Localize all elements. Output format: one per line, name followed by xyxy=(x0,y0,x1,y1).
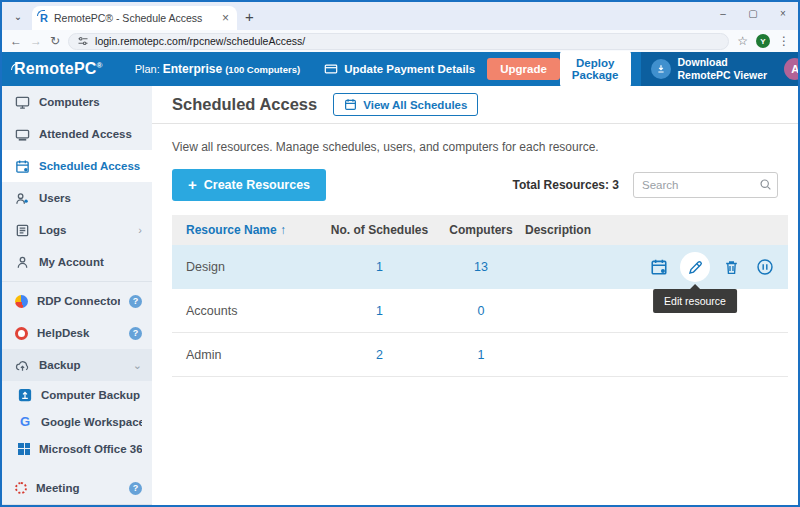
tooltip: Edit resource xyxy=(653,289,737,313)
search-box xyxy=(633,172,778,198)
update-payment-button[interactable]: Update Payment Details xyxy=(324,62,475,76)
credit-card-icon xyxy=(324,62,338,76)
table-row[interactable]: Admin 2 1 xyxy=(172,333,788,377)
maximize-button[interactable]: ▢ xyxy=(738,2,768,24)
schedule-resource-icon[interactable] xyxy=(646,254,672,280)
column-schedules: No. of Schedules xyxy=(322,223,437,237)
sidebar-item-attended-access[interactable]: Attended Access xyxy=(2,118,152,150)
computer-backup-icon xyxy=(18,388,32,402)
users-icon xyxy=(15,191,30,206)
page-title: Scheduled Access xyxy=(172,95,317,114)
plan-info: Plan: Enterprise (100 Computers) xyxy=(135,62,301,76)
sidebar-item-meeting[interactable]: Meeting ? xyxy=(2,472,152,504)
sidebar-item-computer-backup[interactable]: Computer Backup xyxy=(2,381,152,408)
helpdesk-icon xyxy=(15,327,28,340)
remotepc-favicon-icon: R xyxy=(40,12,48,24)
browser-window: ⌄ R RemotePC® - Schedule Access × + – ▢ … xyxy=(0,0,800,507)
help-icon[interactable]: ? xyxy=(129,327,142,340)
browser-menu-icon[interactable]: ⋮ xyxy=(778,34,790,48)
tab-title: RemotePC® - Schedule Access xyxy=(54,12,216,24)
browser-tab[interactable]: R RemotePC® - Schedule Access × xyxy=(32,6,237,30)
account-avatar[interactable]: A xyxy=(784,58,800,80)
computers-icon xyxy=(15,95,30,110)
total-resources-count: 3 xyxy=(612,178,619,192)
deploy-package-button[interactable]: Deploy Package xyxy=(560,51,631,87)
my-account-icon xyxy=(15,255,30,270)
upgrade-button[interactable]: Upgrade xyxy=(487,58,560,80)
schedules-count-link[interactable]: 1 xyxy=(322,304,437,318)
window-controls: – ▢ × xyxy=(708,2,798,24)
help-icon[interactable]: ? xyxy=(129,482,142,495)
sidebar-footer: Features Support FAQs xyxy=(2,504,152,505)
page-description: View all resources. Manage schedules, us… xyxy=(172,140,778,154)
column-computers: Computers xyxy=(437,223,525,237)
column-description: Description xyxy=(525,223,636,237)
sidebar-item-users[interactable]: Users xyxy=(2,182,152,214)
resource-name: Design xyxy=(172,260,322,274)
view-all-schedules-button[interactable]: View All Schedules xyxy=(333,93,478,116)
address-bar[interactable]: login.remotepc.com/rpcnew/scheduleAccess… xyxy=(68,33,729,50)
help-icon[interactable]: ? xyxy=(129,295,142,308)
sidebar-item-rdp-connector[interactable]: RDP Connector ? xyxy=(2,285,152,317)
minimize-button[interactable]: – xyxy=(708,2,738,24)
resource-name: Accounts xyxy=(172,304,322,318)
search-input[interactable] xyxy=(633,172,778,198)
schedules-count-link[interactable]: 1 xyxy=(322,260,437,274)
cloud-backup-icon xyxy=(15,358,30,373)
scheduled-access-icon xyxy=(15,159,30,174)
sidebar-divider xyxy=(2,281,152,282)
download-viewer-button[interactable]: DownloadRemotePC Viewer A xyxy=(641,52,800,86)
sidebar-item-my-account[interactable]: My Account xyxy=(2,246,152,278)
computers-count-link[interactable]: 1 xyxy=(437,348,525,362)
google-icon: G xyxy=(18,414,32,429)
plus-icon: + xyxy=(188,180,197,190)
browser-tabstrip: ⌄ R RemotePC® - Schedule Access × + – ▢ … xyxy=(2,2,798,30)
main-content: Scheduled Access View All Schedules View… xyxy=(152,86,798,505)
table-row[interactable]: Design 1 13 xyxy=(172,245,788,289)
schedules-count-link[interactable]: 2 xyxy=(322,348,437,362)
reload-icon[interactable]: ↻ xyxy=(50,34,60,48)
edit-resource-icon[interactable]: Edit resource xyxy=(680,252,710,282)
bookmark-star-icon[interactable]: ☆ xyxy=(737,34,748,48)
sidebar-item-scheduled-access[interactable]: Scheduled Access xyxy=(2,150,152,182)
resource-name: Admin xyxy=(172,348,322,362)
close-window-button[interactable]: × xyxy=(768,2,798,24)
computers-count-link[interactable]: 0 xyxy=(437,304,525,318)
delete-resource-icon[interactable] xyxy=(718,254,744,280)
column-resource-name[interactable]: Resource Name ↑ xyxy=(172,223,322,237)
chevron-down-icon: ⌄ xyxy=(133,359,142,372)
pause-resource-icon[interactable] xyxy=(752,254,778,280)
sidebar-item-google-workspace[interactable]: G Google Workspace xyxy=(2,408,152,435)
page-header: Scheduled Access View All Schedules xyxy=(152,86,798,124)
row-actions: Edit resource xyxy=(636,252,788,282)
back-icon[interactable]: ← xyxy=(10,34,22,48)
resources-table: Resource Name ↑ No. of Schedules Compute… xyxy=(172,215,788,377)
registered-mark: ® xyxy=(97,61,103,70)
remotepc-logo: RemotePC® xyxy=(2,60,111,78)
sidebar: Computers Attended Access Scheduled Acce… xyxy=(2,86,152,505)
app-header: RemotePC® Plan: Enterprise (100 Computer… xyxy=(2,52,798,86)
sidebar-item-microsoft-office-365[interactable]: Microsoft Office 365 xyxy=(2,435,152,462)
tab-close-icon[interactable]: × xyxy=(222,11,229,25)
sidebar-item-computers[interactable]: Computers xyxy=(2,86,152,118)
search-icon[interactable] xyxy=(759,178,772,191)
tab-search-icon[interactable]: ⌄ xyxy=(8,6,28,26)
logs-icon xyxy=(15,223,30,238)
sidebar-item-backup[interactable]: Backup ⌄ xyxy=(2,349,152,381)
download-icon xyxy=(651,59,671,79)
calendar-icon xyxy=(344,98,357,111)
total-resources: Total Resources: 3 xyxy=(513,178,620,192)
sidebar-item-helpdesk[interactable]: HelpDesk ? xyxy=(2,317,152,349)
browser-toolbar: ← → ↻ login.remotepc.com/rpcnew/schedule… xyxy=(2,30,798,52)
site-settings-icon[interactable] xyxy=(77,35,89,47)
sidebar-item-logs[interactable]: Logs › xyxy=(2,214,152,246)
computers-count-link[interactable]: 13 xyxy=(437,260,525,274)
sort-ascending-icon: ↑ xyxy=(280,223,286,237)
browser-profile-avatar[interactable]: Y xyxy=(756,34,770,48)
chevron-right-icon: › xyxy=(138,224,142,236)
new-tab-button[interactable]: + xyxy=(245,8,254,25)
table-header: Resource Name ↑ No. of Schedules Compute… xyxy=(172,215,788,245)
create-resources-button[interactable]: + Create Resources xyxy=(172,169,326,201)
forward-icon[interactable]: → xyxy=(30,34,42,48)
controls-row: + Create Resources Total Resources: 3 xyxy=(172,169,778,201)
